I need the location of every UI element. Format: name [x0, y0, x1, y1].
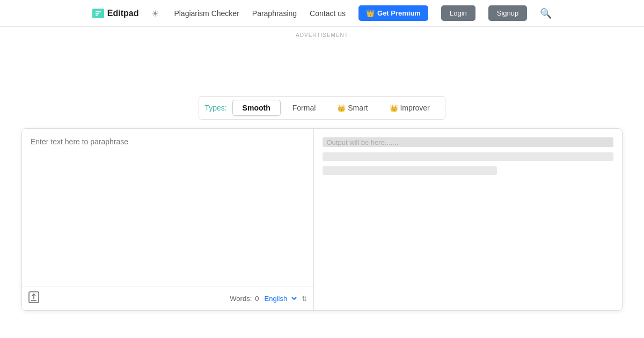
input-textarea[interactable]: [22, 129, 313, 286]
improver-crown-icon: 👑: [390, 104, 398, 112]
tab-smart-label: Smart: [348, 104, 368, 112]
search-icon[interactable]: 🔍: [540, 8, 552, 19]
tab-improver[interactable]: 👑 Improver: [380, 100, 440, 115]
nav-contact[interactable]: Contact us: [310, 9, 346, 18]
svg-rect-1: [96, 11, 101, 12]
brand-logo[interactable]: Editpad: [92, 9, 139, 18]
editor-right-panel: Output will be here.......: [314, 129, 623, 310]
tab-formal-label: Formal: [292, 104, 316, 112]
brand-name: Editpad: [107, 9, 139, 18]
output-line-3: [323, 166, 497, 175]
upload-icon[interactable]: [28, 291, 39, 306]
crown-icon: 👑: [366, 9, 375, 17]
tab-improver-label: Improver: [400, 104, 429, 112]
login-button[interactable]: Login: [441, 5, 475, 21]
ad-wrapper: ADVERTISEMENT: [21, 32, 623, 83]
theme-toggle-icon[interactable]: ☀: [151, 9, 161, 18]
words-count: 0: [255, 295, 259, 303]
premium-button[interactable]: 👑 Get Premium: [358, 5, 428, 21]
editor-container: Words: 0 English Spanish French German ⇅…: [21, 128, 623, 311]
output-line-1: Output will be here.......: [323, 137, 614, 147]
word-count-area: Words: 0 English Spanish French German ⇅: [230, 294, 306, 303]
output-placeholder: Output will be here.......: [327, 138, 399, 146]
types-bar: Types: Smooth Formal 👑 Smart 👑 Improver: [199, 96, 445, 120]
nav-paraphrasing[interactable]: Paraphrasing: [252, 9, 297, 18]
tab-smooth[interactable]: Smooth: [232, 100, 281, 116]
ad-label: ADVERTISEMENT: [296, 32, 348, 38]
tab-smooth-label: Smooth: [243, 104, 270, 112]
nav-plagiarism[interactable]: Plagiarism Checker: [174, 9, 239, 18]
editor-left-panel: Words: 0 English Spanish French German ⇅: [22, 129, 314, 310]
signup-button[interactable]: Signup: [488, 5, 527, 21]
output-line-2: [323, 152, 614, 161]
language-select[interactable]: English Spanish French German: [262, 294, 298, 303]
tab-formal[interactable]: Formal: [283, 100, 326, 115]
tab-smart[interactable]: 👑 Smart: [327, 100, 377, 115]
svg-rect-3: [96, 14, 98, 16]
editor-footer: Words: 0 English Spanish French German ⇅: [22, 286, 313, 310]
navbar: Editpad ☀ Plagiarism Checker Paraphrasin…: [0, 0, 644, 27]
premium-label: Get Premium: [377, 9, 421, 17]
smart-crown-icon: 👑: [337, 104, 346, 112]
words-label: Words:: [230, 295, 252, 303]
brand-icon: [92, 9, 104, 18]
lang-arrows-icon: ⇅: [302, 295, 307, 303]
svg-rect-2: [96, 13, 99, 14]
types-label: Types:: [204, 104, 226, 112]
